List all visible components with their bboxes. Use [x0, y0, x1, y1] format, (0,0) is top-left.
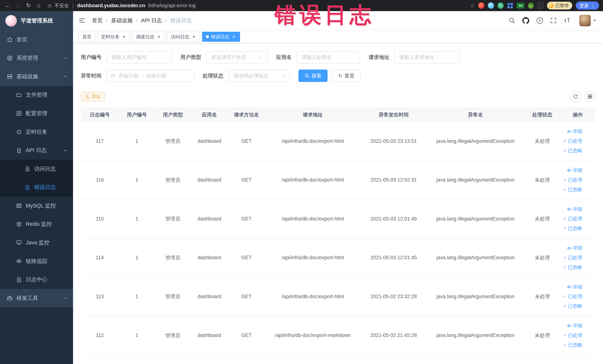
sidebar-item-infra[interactable]: 基础设施 [0, 67, 73, 86]
sidebar-item-api-log[interactable]: API 日志 [0, 141, 73, 160]
sidebar-item-scheduled-jobs[interactable]: 定时任务 [0, 123, 73, 141]
sidebar-item-mysql-monitor[interactable]: MySQL 监控 [0, 197, 73, 215]
tab-dispatch-log[interactable]: 调度日志 × [132, 32, 165, 42]
ignore-link[interactable]: ✓已忽略 [560, 263, 582, 272]
user-id-input[interactable] [107, 51, 172, 63]
close-icon[interactable]: × [121, 34, 127, 39]
forward-icon[interactable]: → [14, 0, 22, 11]
ignore-link[interactable]: ✓已忽略 [560, 340, 582, 350]
browser-update-button[interactable]: 更新 ⋮ [576, 1, 599, 10]
ignore-link[interactable]: ✓已忽略 [560, 301, 582, 311]
sidebar-item-redis-monitor[interactable]: Redis 监控 [0, 215, 73, 234]
app-name-input[interactable] [297, 51, 360, 63]
fullscreen-icon[interactable] [549, 16, 558, 25]
sidebar-item-dev-tools[interactable]: 研发工具 [0, 289, 73, 307]
column-settings-button[interactable] [584, 91, 595, 102]
extension-icon-on[interactable]: on [517, 3, 524, 9]
sidebar-logo[interactable]: 芋道管理系统 [0, 11, 73, 30]
ignore-link[interactable]: ✓已忽略 [560, 185, 582, 195]
reload-icon[interactable]: ↻ [25, 0, 32, 11]
processed-link[interactable]: ✓已处理 [560, 253, 582, 263]
col-request-url: 请求地址 [265, 108, 360, 122]
refresh-table-button[interactable] [570, 91, 581, 102]
sidebar-item-log-center[interactable]: 日志中心 [0, 270, 73, 289]
breadcrumb-item[interactable]: 首页 [92, 17, 103, 24]
cell-user-type: 管理员 [155, 200, 191, 238]
cell-exception-time: 2021-05-03 12:02:31 [361, 161, 427, 200]
filter-label: 处理状态 [203, 72, 223, 79]
cell-exception-name: java.lang.IllegalArgumentException [427, 122, 524, 161]
sidebar-item-config-management[interactable]: 配置管理 [0, 104, 73, 123]
cell-user-type: 管理员 [155, 161, 191, 200]
close-icon[interactable]: × [231, 34, 236, 39]
sidebar-item-error-log[interactable]: 错误日志 [0, 178, 73, 197]
chevron-down-icon [63, 296, 68, 300]
tab-error-log[interactable]: 错误日志 × [202, 32, 240, 42]
font-size-icon[interactable] [563, 16, 572, 25]
sidebar-item-trace[interactable]: 链路追踪 [0, 252, 73, 270]
processed-link[interactable]: ✓已处理 [560, 331, 582, 340]
exception-time-range-picker[interactable]: 开始日期 - 结束日期 [107, 70, 194, 82]
detail-link[interactable]: 详细 [560, 321, 582, 331]
extension-icon-drop[interactable] [488, 2, 494, 9]
ignore-link[interactable]: ✓已忽略 [560, 224, 582, 233]
browser-home-icon[interactable]: ⌂ [35, 0, 43, 11]
table-grid-icon [16, 203, 22, 209]
processed-link[interactable]: ✓已处理 [560, 175, 582, 185]
process-status-select[interactable]: 请选择处理状态 [228, 70, 290, 82]
breadcrumb-item[interactable]: 基础设施 [111, 17, 133, 24]
detail-link[interactable]: 详细 [560, 243, 582, 253]
cell-exception-time: 2021-05-02 23:32:28 [361, 277, 427, 316]
logo-image [5, 15, 17, 26]
user-type-select[interactable]: 请选择用户类型 [206, 51, 268, 63]
sidebar-item-access-log[interactable]: 访问日志 [0, 160, 73, 178]
close-icon[interactable]: × [156, 34, 162, 39]
sidebar-item-label: 研发工具 [16, 294, 38, 302]
folder-icon [16, 92, 22, 98]
sidebar-item-java-monitor[interactable]: Java 监控 [0, 234, 73, 252]
processed-link[interactable]: ✓已处理 [560, 214, 582, 224]
chevron-down-icon [281, 73, 286, 78]
extensions-puzzle-icon[interactable] [537, 2, 544, 9]
detail-link[interactable]: 详细 [560, 205, 582, 214]
sidebar-item-file-management[interactable]: 文件管理 [0, 86, 73, 104]
bookmark-star-icon[interactable]: ☆ [470, 2, 475, 9]
monitor-icon [16, 240, 22, 246]
breadcrumb-item[interactable]: API 日志 [141, 17, 162, 24]
extension-icon-grid[interactable] [507, 2, 513, 9]
back-icon[interactable]: ← [4, 0, 12, 11]
detail-link[interactable]: 详细 [560, 282, 582, 292]
ignore-link[interactable]: ✓已忽略 [560, 146, 582, 156]
detail-link[interactable]: 详细 [560, 165, 582, 175]
security-label[interactable]: 不安全 [55, 2, 69, 9]
cell-status: 未处理 [524, 277, 560, 316]
extension-icon-red[interactable] [478, 2, 484, 9]
extension-icon-plant[interactable] [528, 2, 534, 9]
hamburger-icon[interactable] [78, 17, 86, 24]
search-button[interactable]: 搜索 [299, 70, 327, 82]
address-bar[interactable]: ⚠ 不安全 | dashboard.yudao.iocoder.cn/infra… [48, 2, 196, 9]
request-url-input[interactable] [394, 51, 460, 63]
header-search-icon[interactable] [508, 16, 516, 25]
reset-button[interactable]: ↻ 重置 [332, 70, 360, 82]
profile-paused-badge[interactable]: 已暂停 [547, 2, 572, 9]
tab-home[interactable]: 首页 [78, 32, 95, 42]
github-icon[interactable] [522, 16, 530, 25]
processed-link[interactable]: ✓已处理 [560, 136, 582, 146]
extension-icon-vue[interactable]: V [498, 2, 504, 9]
sidebar-item-label: 首页 [16, 36, 27, 43]
cell-exception-name: java.lang.IllegalArgumentException [427, 238, 524, 277]
active-dot [206, 35, 209, 38]
tab-scheduled-jobs[interactable]: 定时任务 × [97, 32, 130, 42]
help-icon[interactable]: ? [535, 16, 544, 25]
check-icon: ✓ [563, 175, 567, 185]
tab-access-log[interactable]: 访问日志 × [167, 32, 200, 42]
sidebar-item-system[interactable]: 系统管理 [0, 49, 73, 67]
close-icon[interactable]: × [191, 34, 196, 39]
export-button[interactable]: 导出 [81, 92, 105, 101]
processed-link[interactable]: ✓已处理 [560, 292, 582, 301]
detail-link[interactable]: 详细 [560, 127, 582, 136]
col-user-type: 用户类型 [155, 108, 191, 122]
sidebar-item-home[interactable]: 首页 [0, 30, 73, 49]
user-menu[interactable] [579, 15, 596, 26]
